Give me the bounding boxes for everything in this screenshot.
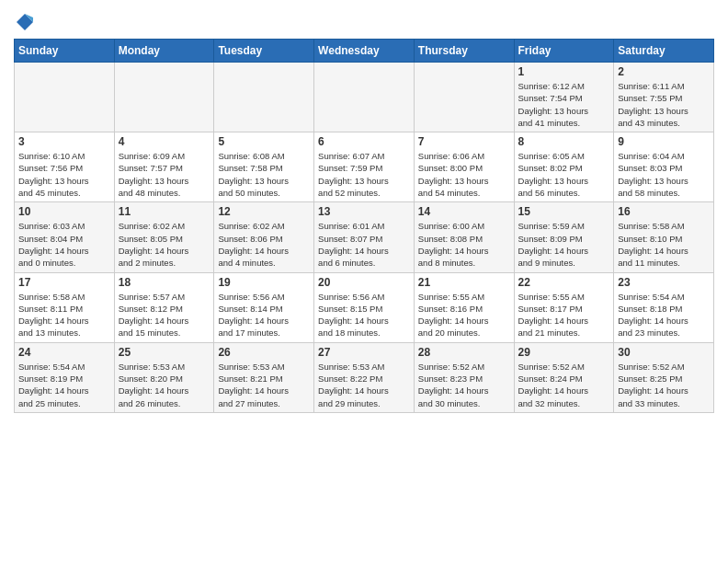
day-number: 28 bbox=[418, 346, 510, 359]
day-number: 30 bbox=[618, 346, 710, 359]
calendar-cell: 30Sunrise: 5:52 AM Sunset: 8:25 PM Dayli… bbox=[614, 342, 714, 412]
day-number: 4 bbox=[119, 135, 210, 148]
day-info: Sunrise: 5:56 AM Sunset: 8:15 PM Dayligh… bbox=[318, 291, 410, 339]
day-info: Sunrise: 5:53 AM Sunset: 8:20 PM Dayligh… bbox=[119, 361, 210, 409]
weekday-header-friday: Friday bbox=[514, 40, 614, 63]
calendar-cell: 19Sunrise: 5:56 AM Sunset: 8:14 PM Dayli… bbox=[214, 272, 314, 342]
day-number: 6 bbox=[318, 135, 410, 148]
day-info: Sunrise: 6:02 AM Sunset: 8:05 PM Dayligh… bbox=[119, 220, 210, 269]
day-number: 21 bbox=[418, 276, 510, 289]
day-info: Sunrise: 6:09 AM Sunset: 7:57 PM Dayligh… bbox=[119, 150, 210, 199]
calendar-cell: 28Sunrise: 5:52 AM Sunset: 8:23 PM Dayli… bbox=[414, 342, 514, 412]
calendar-cell: 22Sunrise: 5:55 AM Sunset: 8:17 PM Dayli… bbox=[514, 272, 614, 342]
day-number: 14 bbox=[418, 205, 510, 218]
calendar-cell: 1Sunrise: 6:12 AM Sunset: 7:54 PM Daylig… bbox=[514, 63, 614, 132]
calendar-cell: 8Sunrise: 6:05 AM Sunset: 8:02 PM Daylig… bbox=[514, 132, 614, 202]
day-number: 15 bbox=[518, 205, 610, 218]
day-number: 17 bbox=[18, 276, 110, 289]
weekday-header-tuesday: Tuesday bbox=[214, 40, 314, 63]
day-number: 29 bbox=[518, 346, 610, 359]
day-info: Sunrise: 6:11 AM Sunset: 7:55 PM Dayligh… bbox=[618, 80, 710, 129]
day-info: Sunrise: 5:52 AM Sunset: 8:23 PM Dayligh… bbox=[418, 361, 510, 409]
week-row-4: 17Sunrise: 5:58 AM Sunset: 8:11 PM Dayli… bbox=[15, 272, 714, 342]
day-number: 13 bbox=[318, 205, 410, 218]
week-row-1: 1Sunrise: 6:12 AM Sunset: 7:54 PM Daylig… bbox=[15, 63, 714, 132]
logo-icon bbox=[16, 13, 34, 31]
day-number: 7 bbox=[418, 135, 510, 148]
day-info: Sunrise: 5:55 AM Sunset: 8:17 PM Dayligh… bbox=[518, 291, 610, 339]
day-number: 26 bbox=[218, 346, 310, 359]
day-info: Sunrise: 5:58 AM Sunset: 8:10 PM Dayligh… bbox=[618, 220, 710, 269]
day-number: 16 bbox=[618, 205, 710, 218]
day-number: 22 bbox=[518, 276, 610, 289]
day-info: Sunrise: 5:58 AM Sunset: 8:11 PM Dayligh… bbox=[18, 291, 110, 339]
calendar-cell: 29Sunrise: 5:52 AM Sunset: 8:24 PM Dayli… bbox=[514, 342, 614, 412]
calendar-cell bbox=[15, 63, 115, 132]
weekday-header-saturday: Saturday bbox=[614, 40, 714, 63]
calendar-cell: 20Sunrise: 5:56 AM Sunset: 8:15 PM Dayli… bbox=[314, 272, 415, 342]
day-info: Sunrise: 5:56 AM Sunset: 8:14 PM Dayligh… bbox=[218, 291, 310, 339]
calendar-cell: 10Sunrise: 6:03 AM Sunset: 8:04 PM Dayli… bbox=[15, 202, 115, 272]
calendar-cell: 4Sunrise: 6:09 AM Sunset: 7:57 PM Daylig… bbox=[114, 132, 214, 202]
day-info: Sunrise: 6:05 AM Sunset: 8:02 PM Dayligh… bbox=[518, 150, 610, 199]
day-number: 5 bbox=[218, 135, 310, 148]
calendar-cell bbox=[314, 63, 415, 132]
calendar-cell: 16Sunrise: 5:58 AM Sunset: 8:10 PM Dayli… bbox=[614, 202, 714, 272]
day-number: 23 bbox=[618, 276, 710, 289]
calendar-cell: 12Sunrise: 6:02 AM Sunset: 8:06 PM Dayli… bbox=[214, 202, 314, 272]
day-info: Sunrise: 5:54 AM Sunset: 8:19 PM Dayligh… bbox=[18, 361, 110, 409]
day-number: 2 bbox=[618, 65, 710, 78]
calendar-cell: 21Sunrise: 5:55 AM Sunset: 8:16 PM Dayli… bbox=[414, 272, 514, 342]
day-info: Sunrise: 6:08 AM Sunset: 7:58 PM Dayligh… bbox=[218, 150, 310, 199]
day-info: Sunrise: 5:55 AM Sunset: 8:16 PM Dayligh… bbox=[418, 291, 510, 339]
calendar-cell: 6Sunrise: 6:07 AM Sunset: 7:59 PM Daylig… bbox=[314, 132, 415, 202]
calendar-cell: 15Sunrise: 5:59 AM Sunset: 8:09 PM Dayli… bbox=[514, 202, 614, 272]
weekday-row: SundayMondayTuesdayWednesdayThursdayFrid… bbox=[15, 40, 714, 63]
day-info: Sunrise: 5:52 AM Sunset: 8:25 PM Dayligh… bbox=[618, 361, 710, 409]
calendar: SundayMondayTuesdayWednesdayThursdayFrid… bbox=[14, 39, 714, 413]
day-info: Sunrise: 6:03 AM Sunset: 8:04 PM Dayligh… bbox=[18, 220, 110, 269]
day-number: 19 bbox=[218, 276, 310, 289]
calendar-cell bbox=[414, 63, 514, 132]
day-info: Sunrise: 6:01 AM Sunset: 8:07 PM Dayligh… bbox=[318, 220, 410, 269]
calendar-cell: 14Sunrise: 6:00 AM Sunset: 8:08 PM Dayli… bbox=[414, 202, 514, 272]
calendar-cell: 26Sunrise: 5:53 AM Sunset: 8:21 PM Dayli… bbox=[214, 342, 314, 412]
calendar-cell bbox=[114, 63, 214, 132]
day-info: Sunrise: 5:54 AM Sunset: 8:18 PM Dayligh… bbox=[618, 291, 710, 339]
day-info: Sunrise: 6:00 AM Sunset: 8:08 PM Dayligh… bbox=[418, 220, 510, 269]
day-number: 20 bbox=[318, 276, 410, 289]
day-info: Sunrise: 6:04 AM Sunset: 8:03 PM Dayligh… bbox=[618, 150, 710, 199]
day-info: Sunrise: 5:59 AM Sunset: 8:09 PM Dayligh… bbox=[518, 220, 610, 269]
calendar-cell: 17Sunrise: 5:58 AM Sunset: 8:11 PM Dayli… bbox=[15, 272, 115, 342]
week-row-3: 10Sunrise: 6:03 AM Sunset: 8:04 PM Dayli… bbox=[15, 202, 714, 272]
calendar-cell: 18Sunrise: 5:57 AM Sunset: 8:12 PM Dayli… bbox=[114, 272, 214, 342]
day-info: Sunrise: 6:10 AM Sunset: 7:56 PM Dayligh… bbox=[18, 150, 110, 199]
calendar-cell: 11Sunrise: 6:02 AM Sunset: 8:05 PM Dayli… bbox=[114, 202, 214, 272]
calendar-cell bbox=[214, 63, 314, 132]
weekday-header-monday: Monday bbox=[114, 40, 214, 63]
day-info: Sunrise: 5:53 AM Sunset: 8:22 PM Dayligh… bbox=[318, 361, 410, 409]
day-info: Sunrise: 5:53 AM Sunset: 8:21 PM Dayligh… bbox=[218, 361, 310, 409]
logo bbox=[14, 13, 34, 31]
day-number: 8 bbox=[518, 135, 610, 148]
calendar-cell: 27Sunrise: 5:53 AM Sunset: 8:22 PM Dayli… bbox=[314, 342, 415, 412]
day-number: 25 bbox=[119, 346, 210, 359]
day-info: Sunrise: 6:07 AM Sunset: 7:59 PM Dayligh… bbox=[318, 150, 410, 199]
calendar-cell: 5Sunrise: 6:08 AM Sunset: 7:58 PM Daylig… bbox=[214, 132, 314, 202]
calendar-cell: 7Sunrise: 6:06 AM Sunset: 8:00 PM Daylig… bbox=[414, 132, 514, 202]
week-row-2: 3Sunrise: 6:10 AM Sunset: 7:56 PM Daylig… bbox=[15, 132, 714, 202]
day-info: Sunrise: 6:06 AM Sunset: 8:00 PM Dayligh… bbox=[418, 150, 510, 199]
calendar-cell: 13Sunrise: 6:01 AM Sunset: 8:07 PM Dayli… bbox=[314, 202, 415, 272]
calendar-cell: 24Sunrise: 5:54 AM Sunset: 8:19 PM Dayli… bbox=[15, 342, 115, 412]
svg-marker-0 bbox=[17, 14, 33, 30]
day-info: Sunrise: 6:12 AM Sunset: 7:54 PM Dayligh… bbox=[518, 80, 610, 129]
day-number: 9 bbox=[618, 135, 710, 148]
day-number: 18 bbox=[119, 276, 210, 289]
week-row-5: 24Sunrise: 5:54 AM Sunset: 8:19 PM Dayli… bbox=[15, 342, 714, 412]
weekday-header-thursday: Thursday bbox=[414, 40, 514, 63]
calendar-cell: 2Sunrise: 6:11 AM Sunset: 7:55 PM Daylig… bbox=[614, 63, 714, 132]
day-info: Sunrise: 5:52 AM Sunset: 8:24 PM Dayligh… bbox=[518, 361, 610, 409]
page: SundayMondayTuesdayWednesdayThursdayFrid… bbox=[0, 0, 728, 422]
day-number: 11 bbox=[119, 205, 210, 218]
day-number: 24 bbox=[18, 346, 110, 359]
